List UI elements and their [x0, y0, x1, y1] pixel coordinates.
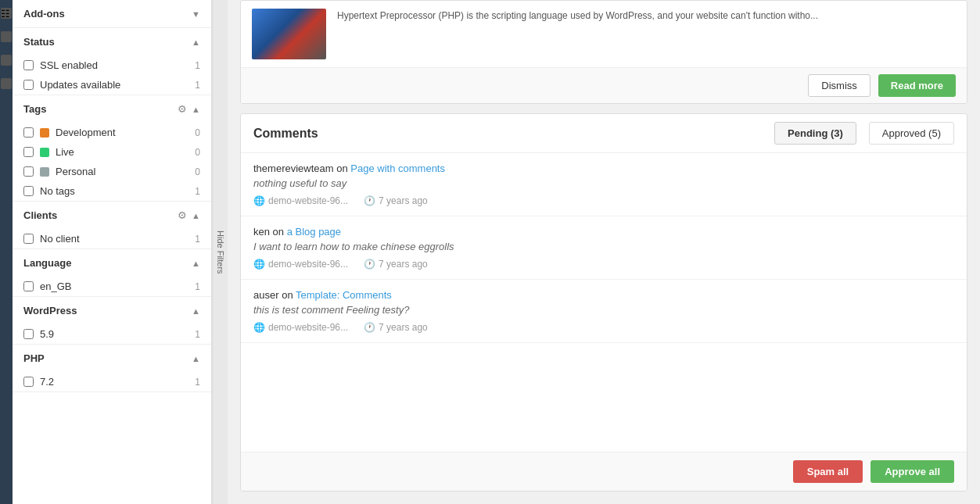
wordpress-header[interactable]: WordPress ▲: [13, 297, 211, 324]
wp-59-checkbox[interactable]: [23, 329, 34, 339]
php-72-checkbox[interactable]: [23, 377, 34, 387]
clock-icon-2: 🕐: [364, 259, 375, 270]
development-tag-checkbox[interactable]: [23, 127, 34, 138]
clock-icon-3: 🕐: [364, 322, 375, 333]
ssl-enabled-checkbox[interactable]: [23, 60, 34, 70]
clients-gear-icon[interactable]: ⚙: [178, 209, 187, 221]
comment-author-name-3: auser: [253, 289, 279, 301]
globe-icon-3: 🌐: [253, 322, 265, 333]
clients-title: Clients: [23, 209, 57, 221]
status-chevron-icon: ▲: [192, 38, 200, 47]
read-more-button[interactable]: Read more: [878, 74, 956, 97]
top-card-image: [252, 9, 326, 59]
hide-filters-bar[interactable]: Hide Filters: [212, 0, 228, 504]
addons-title: Add-ons: [23, 8, 65, 20]
comment-meta-1: 🌐 demo-website-96... 🕐 7 years ago: [253, 195, 954, 206]
en-gb-count: 1: [191, 281, 200, 292]
php-item-72: 7.2 1: [13, 372, 211, 391]
wp-59-count: 1: [191, 329, 200, 340]
comment-page-link-1[interactable]: Page with comments: [350, 163, 445, 174]
spam-all-button[interactable]: Spam all: [793, 460, 863, 483]
comment-text-3: this is test comment Feeling testy?: [253, 304, 954, 316]
live-color-dot: [40, 148, 49, 157]
wordpress-item-59: 5.9 1: [13, 324, 211, 344]
comment-author-3: auser on Template: Comments: [253, 289, 954, 301]
development-tag-count: 0: [191, 127, 200, 138]
comments-header: Comments Pending (3) Approved (5): [241, 114, 967, 153]
file-icon[interactable]: [1, 31, 12, 42]
language-header[interactable]: Language ▲: [13, 249, 211, 277]
status-section: Status ▲ SSL enabled 1 Updates available…: [13, 28, 211, 95]
approve-all-button[interactable]: Approve all: [871, 460, 954, 483]
top-card-footer: Dismiss Read more: [241, 67, 967, 103]
tags-section: Tags ⚙ ▲ Development 0 Live 0 Personal 0: [13, 95, 211, 202]
comment-item: ken on a Blog page I want to learn how t…: [241, 216, 967, 280]
clients-chevron-icon: ▲: [192, 211, 200, 220]
development-color-dot: [40, 128, 49, 138]
no-client-checkbox[interactable]: [23, 234, 34, 244]
comment-page-link-2[interactable]: a Blog page: [287, 226, 341, 238]
comment-time-1: 🕐 7 years ago: [364, 195, 428, 206]
addons-chevron-icon: ▼: [192, 9, 200, 19]
comment-meta-2: 🌐 demo-website-96... 🕐 7 years ago: [253, 259, 954, 270]
top-card-body: Hypertext Preprocessor (PHP) is the scri…: [241, 1, 967, 67]
wordpress-chevron-icon: ▲: [192, 306, 200, 316]
briefcase-icon[interactable]: [1, 55, 12, 66]
clients-header[interactable]: Clients ⚙ ▲: [13, 202, 211, 229]
tags-controls: ⚙ ▲: [178, 103, 200, 115]
status-controls: ▲: [192, 38, 200, 47]
top-card: Hypertext Preprocessor (PHP) is the scri…: [240, 0, 967, 104]
comments-card: Comments Pending (3) Approved (5) themer…: [240, 113, 967, 491]
main-content: Hypertext Preprocessor (PHP) is the scri…: [228, 0, 980, 504]
updates-available-checkbox[interactable]: [23, 80, 34, 90]
comment-meta-3: 🌐 demo-website-96... 🕐 7 years ago: [253, 322, 954, 333]
status-title: Status: [23, 36, 55, 48]
comment-site-value-2: demo-website-96...: [268, 259, 348, 270]
en-gb-checkbox[interactable]: [23, 281, 34, 291]
left-icon-bar: ☷: [0, 0, 13, 504]
comment-site-1: 🌐 demo-website-96...: [253, 195, 348, 206]
updates-available-count: 1: [191, 80, 200, 91]
personal-tag-checkbox[interactable]: [23, 166, 34, 177]
gear-icon[interactable]: [1, 78, 12, 89]
php-header[interactable]: PHP ▲: [13, 345, 211, 372]
php-section: PHP ▲ 7.2 1: [13, 345, 211, 392]
wordpress-title: WordPress: [23, 305, 77, 316]
tags-gear-icon[interactable]: ⚙: [178, 103, 187, 115]
comment-time-value-1: 7 years ago: [379, 195, 428, 206]
comment-time-value-3: 7 years ago: [379, 322, 428, 333]
dismiss-button[interactable]: Dismiss: [808, 74, 871, 97]
comment-site-value-1: demo-website-96...: [268, 195, 348, 206]
tags-header[interactable]: Tags ⚙ ▲: [13, 95, 211, 123]
comment-on-1: on: [336, 163, 350, 174]
tags-item-development: Development 0: [13, 123, 211, 142]
comment-author-name-1: themereviewteam: [253, 163, 334, 174]
no-tags-label: No tags: [40, 185, 185, 197]
addons-header[interactable]: Add-ons ▼: [13, 0, 211, 27]
live-tag-checkbox[interactable]: [23, 147, 34, 157]
clock-icon-1: 🕐: [364, 195, 375, 206]
clients-controls: ⚙ ▲: [178, 209, 200, 221]
clients-section: Clients ⚙ ▲ No client 1: [13, 202, 211, 249]
status-item-updates: Updates available 1: [13, 75, 211, 95]
comment-item: themereviewteam on Page with comments no…: [241, 153, 967, 216]
hide-filters-label: Hide Filters: [216, 231, 225, 274]
personal-color-dot: [40, 167, 49, 177]
globe-icon-2: 🌐: [253, 259, 265, 270]
tab-pending[interactable]: Pending (3): [774, 122, 856, 145]
status-header[interactable]: Status ▲: [13, 28, 211, 55]
ssl-enabled-count: 1: [191, 60, 200, 71]
language-item-en-gb: en_GB 1: [13, 277, 211, 296]
tab-approved[interactable]: Approved (5): [869, 122, 954, 145]
grid-icon[interactable]: ☷: [1, 8, 12, 19]
comment-author-1: themereviewteam on Page with comments: [253, 163, 954, 174]
globe-icon-1: 🌐: [253, 195, 265, 206]
comment-author-name-2: ken: [253, 226, 270, 238]
personal-tag-label: Personal: [56, 166, 185, 177]
comment-item: auser on Template: Comments this is test…: [241, 280, 967, 343]
no-tags-checkbox[interactable]: [23, 186, 34, 196]
wp-59-label: 5.9: [40, 328, 185, 340]
php-controls: ▲: [192, 354, 200, 363]
comment-page-link-3[interactable]: Template: Comments: [296, 289, 392, 301]
comment-on-2: on: [273, 226, 287, 238]
